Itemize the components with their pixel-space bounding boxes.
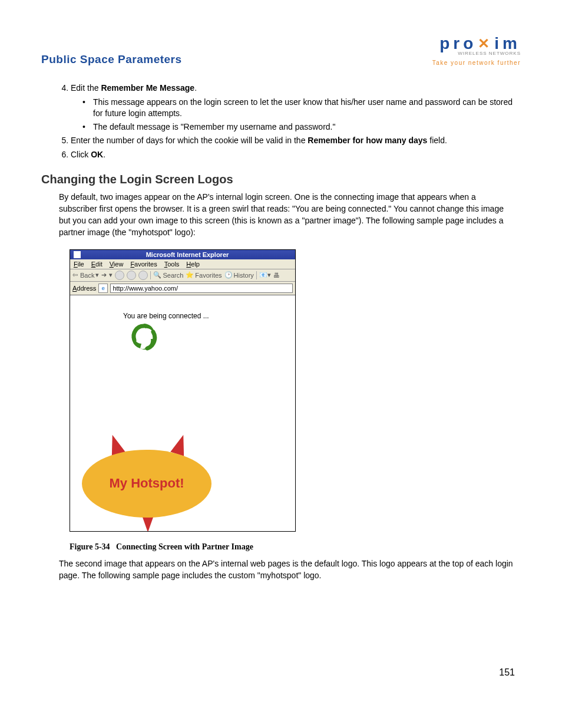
clock-icon: 🕑 — [224, 271, 233, 279]
section-title: Public Space Parameters — [41, 53, 182, 66]
ie-toolbar: ⇦ Back ▾ ➔ ▾ 🔍Search ⭐Favorites 🕑History… — [70, 269, 295, 282]
bullet-item: The default message is "Remember my user… — [82, 121, 515, 133]
history-button[interactable]: 🕑History — [224, 271, 254, 279]
back-arrow-icon[interactable]: ⇦ — [72, 271, 78, 279]
ie-content-area: You are being connected ... — [70, 295, 295, 531]
menu-favorites[interactable]: Favorites — [130, 261, 157, 268]
logo-text-post: im — [494, 35, 521, 52]
logo-x-icon: ✕ — [478, 37, 493, 51]
refresh-icon[interactable] — [127, 271, 136, 280]
text: Click — [71, 150, 91, 159]
subsection-heading: Changing the Login Screen Logos — [41, 173, 521, 186]
page-number: 151 — [499, 667, 515, 678]
green-swirl-icon — [126, 319, 161, 354]
partner-image-badge: My Hotspot! — [82, 443, 211, 525]
bold-text: Remember for how many days — [308, 136, 427, 145]
menu-file[interactable]: File — [74, 261, 84, 268]
search-icon: 🔍 — [153, 271, 161, 279]
text: field. — [427, 136, 447, 145]
ie-titlebar: Microsoft Internet Explorer — [70, 250, 295, 259]
svg-point-0 — [138, 331, 149, 342]
logo-text-pre: pro — [439, 35, 477, 52]
bullet-item: This message appears on the login screen… — [82, 97, 515, 120]
menu-help[interactable]: Help — [186, 261, 200, 268]
paragraph: The second image that appears on the AP'… — [59, 558, 515, 582]
menu-edit[interactable]: Edit — [91, 261, 103, 268]
bold-text: Remember Me Message — [101, 83, 194, 93]
logo-tagline: Take your network further — [432, 60, 521, 66]
badge-text: My Hotspot! — [109, 476, 184, 491]
star-icon: ⭐ — [186, 271, 194, 279]
menu-tools[interactable]: Tools — [164, 261, 180, 268]
ie-address-bar: Address e — [70, 282, 295, 295]
list-item: Click OK. — [71, 149, 515, 161]
stop-icon[interactable] — [115, 271, 124, 280]
favorites-button[interactable]: ⭐Favorites — [186, 271, 222, 279]
address-label: Address — [72, 285, 96, 292]
address-input[interactable] — [110, 284, 293, 293]
ie-page-icon: e — [98, 284, 108, 293]
text: Edit the — [71, 83, 101, 93]
figure-screenshot: Microsoft Internet Explorer File Edit Vi… — [70, 249, 515, 532]
badge-oval: My Hotspot! — [82, 450, 211, 518]
mail-icon[interactable]: 📧▾ — [259, 271, 271, 279]
figure-number: Figure 5-34 — [70, 542, 110, 551]
paragraph: By default, two images appear on the AP'… — [59, 191, 515, 239]
ie-window: Microsoft Internet Explorer File Edit Vi… — [70, 249, 296, 532]
search-button[interactable]: 🔍Search — [153, 271, 183, 279]
ie-menubar: File Edit View Favorites Tools Help — [70, 259, 295, 269]
figure-title: Connecting Screen with Partner Image — [116, 542, 253, 551]
text: Enter the number of days for which the c… — [71, 136, 308, 145]
text: . — [194, 83, 197, 93]
list-item: Edit the Remember Me Message. This messa… — [71, 83, 515, 133]
home-icon[interactable] — [138, 271, 148, 280]
ie-app-icon — [74, 251, 81, 258]
ie-title-text: Microsoft Internet Explorer — [83, 251, 292, 258]
print-icon[interactable]: 🖶 — [273, 272, 280, 279]
bold-text: OK — [91, 150, 103, 159]
figure-caption: Figure 5-34 Connecting Screen with Partn… — [70, 542, 515, 552]
list-item: Enter the number of days for which the c… — [71, 135, 515, 147]
instruction-list: Edit the Remember Me Message. This messa… — [59, 83, 515, 161]
back-button[interactable]: Back ▾ — [80, 271, 99, 279]
brand-logo: pro ✕ im WIRELESS NETWORKS Take your net… — [432, 35, 521, 66]
forward-arrow-icon[interactable]: ➔ — [101, 271, 107, 279]
text: . — [103, 150, 105, 159]
sub-bullet-list: This message appears on the login screen… — [82, 97, 515, 133]
menu-view[interactable]: View — [110, 261, 124, 268]
